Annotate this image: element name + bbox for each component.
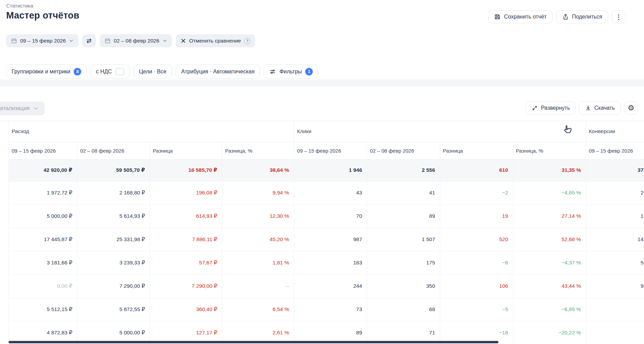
share-button[interactable]: Поделиться: [556, 10, 608, 23]
table-cell: 52,68 %: [513, 228, 586, 251]
vat-label: с НДС: [96, 69, 112, 75]
table-cell: 31,35 %: [513, 159, 586, 181]
table-cell: 73: [294, 298, 367, 321]
groupings-metrics-chip[interactable]: Группировки и метрики 8: [6, 64, 87, 79]
table-cell: 614,93 ₽: [150, 204, 222, 228]
download-icon: [585, 105, 591, 111]
expand-button[interactable]: Развернуть: [526, 102, 576, 115]
table-cell: −4,37 %: [513, 251, 586, 274]
table-row[interactable]: 5 512,15 ₽5 872,55 ₽360,40 ₽6,54 %7368−5…: [9, 298, 644, 321]
col-header[interactable]: 02 – 08 февр 2026: [367, 142, 440, 159]
table-cell: 2: [586, 181, 644, 204]
vat-chip[interactable]: с НДС: [90, 64, 129, 79]
table-cell: 196,08 ₽: [150, 181, 222, 204]
table-cell: 41: [367, 181, 440, 204]
table-cell: 16 585,70 ₽: [150, 159, 222, 181]
table-row[interactable]: 17 445,87 ₽25 331,98 ₽7 886,11 ₽45,20 %9…: [9, 228, 644, 251]
table-cell: 68: [367, 298, 440, 321]
header-actions: Сохранить отчёт Поделиться ⋮: [488, 10, 626, 23]
table-cell: 1 946: [294, 159, 367, 181]
table-cell: –: [222, 274, 294, 298]
download-button[interactable]: Скачать: [579, 102, 621, 115]
filter-row: Группировки и метрики 8 с НДС Цели · Все…: [6, 64, 318, 79]
more-actions-button[interactable]: ⋮: [612, 10, 626, 23]
col-header[interactable]: 09 – 15 февр 2026: [294, 142, 367, 159]
section-divider: [0, 80, 644, 86]
table-cell: 520: [440, 228, 513, 251]
table-row[interactable]: 5 000,00 ₽5 614,93 ₽614,93 ₽12,30 %70891…: [9, 204, 644, 228]
table-cell: 106: [440, 274, 513, 298]
kebab-icon: ⋮: [616, 14, 622, 20]
table-row[interactable]: 3 181,66 ₽3 239,33 ₽57,67 ₽1,81 %183175−…: [9, 251, 644, 274]
table-cell: 3 181,66 ₽: [9, 251, 77, 274]
groupings-metrics-label: Группировки и метрики: [12, 69, 70, 75]
table-cell: 1 972,72 ₽: [9, 181, 77, 204]
attribution-label: Атрибуция · Автоматическая: [181, 69, 255, 75]
col-header[interactable]: Разница, %: [513, 142, 586, 159]
date-range-primary[interactable]: 09 – 15 февр 2026: [6, 34, 78, 47]
table-cell: 43: [294, 181, 367, 204]
table-cell: 127,17 ₽: [150, 321, 222, 344]
table-cell: 2,61 %: [222, 321, 294, 344]
table-cell: 89: [294, 321, 367, 344]
chevron-down-icon: [162, 38, 167, 43]
table-toolbar: Развернуть Скачать ⚙: [526, 102, 638, 115]
table-cell: 0,00 ₽: [9, 274, 77, 298]
table-row[interactable]: 42 920,00 ₽59 505,70 ₽16 585,70 ₽38,64 %…: [9, 159, 644, 181]
table-row[interactable]: 0,00 ₽7 290,00 ₽7 290,00 ₽–24435010643,4…: [9, 274, 644, 298]
col-header[interactable]: 09 – 15 февр 2026: [9, 142, 77, 159]
table-cell: 9: [586, 274, 644, 298]
goals-label: Цели · Все: [139, 69, 166, 75]
horizontal-scrollbar-thumb[interactable]: [9, 341, 498, 343]
col-header[interactable]: Разница: [440, 142, 513, 159]
table-row[interactable]: 1 972,72 ₽2 168,80 ₽196,08 ₽9,94 %4341−2…: [9, 181, 644, 204]
table-cell: −18: [440, 321, 513, 344]
table-column-header-row: 09 – 15 февр 2026 02 – 08 февр 2026 Разн…: [9, 142, 644, 159]
attribution-chip[interactable]: Атрибуция · Автоматическая: [176, 64, 260, 79]
swap-icon: [86, 37, 92, 44]
col-header[interactable]: Разница, %: [222, 142, 294, 159]
col-header[interactable]: 02 – 08 февр 2026: [77, 142, 150, 159]
groupings-count-badge: 8: [74, 68, 81, 75]
date-range-primary-label: 09 – 15 февр 2026: [20, 38, 66, 44]
cancel-compare-button[interactable]: Отменить сравнение ?: [176, 34, 255, 47]
breadcrumb[interactable]: Статистика: [6, 3, 33, 9]
close-icon: [181, 38, 186, 44]
table-cell: 7 290,00 ₽: [77, 274, 150, 298]
table-cell: 7 886,11 ₽: [150, 228, 222, 251]
table-cell: −20,22 %: [513, 321, 586, 344]
col-header[interactable]: 09 – 15 февр 2026: [586, 142, 644, 159]
table-cell: 350: [367, 274, 440, 298]
col-header[interactable]: Разница: [150, 142, 222, 159]
chevron-down-icon: [69, 38, 74, 43]
table-cell: 5 872,55 ₽: [77, 298, 150, 321]
table-cell: 1,81 %: [222, 251, 294, 274]
group-header-clicks: Клики: [294, 121, 586, 142]
table-cell: 4 872,83 ₽: [9, 321, 77, 344]
table-cell: −5: [440, 298, 513, 321]
date-range-compare[interactable]: 02 – 08 февр 2026: [100, 34, 172, 47]
table-cell: 71: [367, 321, 440, 344]
cancel-compare-label: Отменить сравнение: [189, 38, 241, 44]
table-cell: [586, 298, 644, 321]
table-cell: −8: [440, 251, 513, 274]
table-row[interactable]: 4 872,83 ₽5 000,00 ₽127,17 ₽2,61 %8971−1…: [9, 321, 644, 344]
swap-ranges-button[interactable]: [82, 34, 96, 47]
report-table: Расход Клики Конверсии 09 – 15 февр 2026…: [0, 121, 644, 344]
goals-chip[interactable]: Цели · Все: [134, 64, 172, 79]
table-cell: 5 000,00 ₽: [77, 321, 150, 344]
table-cell: −2: [440, 181, 513, 204]
table-cell: 5: [586, 251, 644, 274]
table-cell: 7 290,00 ₽: [150, 274, 222, 298]
table-cell: 59 505,70 ₽: [77, 159, 150, 181]
table-cell: 25 331,98 ₽: [77, 228, 150, 251]
vat-toggle[interactable]: [115, 68, 124, 75]
help-icon[interactable]: ?: [244, 38, 250, 44]
detail-dropdown[interactable]: Детализация: [0, 102, 45, 115]
filters-chip[interactable]: Фильтры 1: [264, 64, 318, 79]
gear-icon: ⚙: [628, 104, 634, 112]
save-report-button[interactable]: Сохранить отчёт: [488, 10, 552, 23]
filters-count-badge: 1: [305, 68, 313, 75]
table-cell: 987: [294, 228, 367, 251]
table-settings-button[interactable]: ⚙: [624, 102, 638, 115]
